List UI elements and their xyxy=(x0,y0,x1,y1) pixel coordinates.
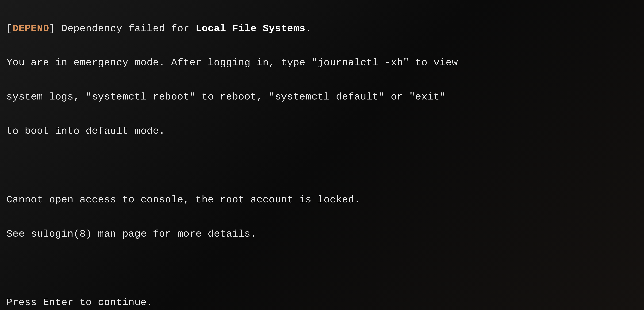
depend-msg-pre: Dependency failed for xyxy=(61,23,196,34)
status-tag-depend: DEPEND xyxy=(12,23,49,34)
emergency-mode-line-2: system logs, "systemctl reboot" to reboo… xyxy=(6,91,638,102)
sulogin-hint-line: See sulogin(8) man page for more details… xyxy=(6,228,638,240)
emergency-mode-line-3: to boot into default mode. xyxy=(6,125,638,137)
depend-msg-post: . xyxy=(306,23,312,34)
emergency-mode-line-1: You are in emergency mode. After logging… xyxy=(6,57,638,68)
boot-line-depend: [DEPEND] Dependency failed for Local Fil… xyxy=(6,23,638,34)
depend-msg-target: Local File Systems xyxy=(196,23,306,34)
console-output: [DEPEND] Dependency failed for Local Fil… xyxy=(6,0,638,310)
bracket-open: [ xyxy=(6,23,12,34)
press-enter-prompt[interactable]: Press Enter to continue. xyxy=(6,297,638,308)
blank-line xyxy=(6,262,638,274)
bracket-close: ] xyxy=(49,23,61,34)
root-locked-line: Cannot open access to console, the root … xyxy=(6,194,638,205)
blank-line xyxy=(6,160,638,171)
